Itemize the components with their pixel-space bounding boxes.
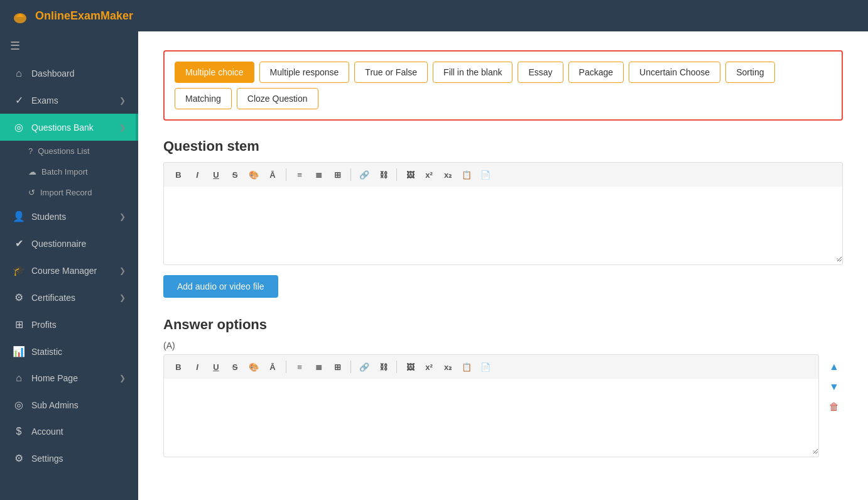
ans-tb-italic[interactable]: I [189, 359, 205, 375]
tb-ordered-list[interactable]: ≡ [291, 166, 308, 183]
btn-sorting[interactable]: Sorting [725, 62, 774, 83]
ans-tb-image[interactable]: 🖼 [402, 359, 418, 375]
tb-image[interactable]: 🖼 [402, 166, 418, 183]
sidebar-sub-item-batch-import[interactable]: ☁ Batch Import [0, 161, 138, 182]
toolbar-sep-2 [350, 168, 351, 181]
top-bar: OnlineExamMaker [0, 0, 868, 31]
sidebar-sub-item-import-record[interactable]: ↺ Import Record [0, 182, 138, 203]
btn-matching[interactable]: Matching [175, 88, 232, 109]
question-type-selector: Multiple choice Multiple response True o… [163, 50, 843, 121]
questions-list-icon: ? [28, 146, 33, 156]
sidebar-toggle[interactable]: ☰ [0, 31, 138, 60]
btn-cloze-question[interactable]: Cloze Question [237, 88, 318, 109]
sidebar-label-course-manager: Course Manager [31, 266, 97, 276]
sidebar-item-profits[interactable]: ⊞ Profits [0, 311, 138, 338]
sidebar-sub-item-questions-list[interactable]: ? Questions List [0, 141, 138, 161]
sidebar-item-students[interactable]: 👤 Students ❯ [0, 203, 138, 230]
tb-link[interactable]: 🔗 [356, 166, 372, 183]
chevron-icon-course-manager: ❯ [119, 266, 126, 275]
ans-tb-strikethrough[interactable]: S [227, 359, 243, 375]
tb-subscript[interactable]: x₂ [440, 166, 456, 183]
sidebar-item-home-page[interactable]: ⌂ Home Page ❯ [0, 365, 138, 391]
answer-up-button[interactable]: ▲ [825, 358, 843, 376]
tb-table[interactable]: ⊞ [329, 166, 345, 183]
answer-down-button[interactable]: ▼ [825, 378, 843, 396]
sidebar-item-statistic[interactable]: 📊 Statistic [0, 338, 138, 365]
sidebar-item-sub-admins[interactable]: ◎ Sub Admins [0, 391, 138, 418]
tb-italic[interactable]: I [189, 166, 205, 183]
sidebar-label-dashboard: Dashboard [31, 68, 75, 79]
ans-tb-unlink[interactable]: ⛓ [375, 359, 391, 375]
ans-tb-superscript[interactable]: x² [421, 359, 437, 375]
ans-tb-paste[interactable]: 📋 [458, 359, 475, 375]
ans-tb-underline[interactable]: U [208, 359, 224, 375]
sidebar-item-dashboard[interactable]: ⌂ Dashboard [0, 60, 138, 87]
import-record-icon: ↺ [28, 188, 35, 197]
tb-source[interactable]: 📄 [477, 166, 494, 183]
sidebar-item-certificates[interactable]: ⚙ Certificates ❯ [0, 284, 138, 311]
btn-multiple-choice[interactable]: Multiple choice [175, 62, 254, 83]
tb-paste[interactable]: 📋 [458, 166, 475, 183]
sidebar-label-settings: Settings [31, 454, 63, 464]
statistic-icon: 📊 [13, 345, 25, 357]
sidebar-item-exams[interactable]: ✓ Exams ❯ [0, 87, 138, 114]
ans-tb-subscript[interactable]: x₂ [440, 359, 456, 375]
sidebar: ☰ ⌂ Dashboard ✓ Exams ❯ ◎ Questions Bank… [0, 31, 138, 500]
sidebar-item-settings[interactable]: ⚙ Settings [0, 445, 138, 472]
ans-tb-source[interactable]: 📄 [477, 359, 494, 375]
sub-admins-icon: ◎ [13, 399, 25, 411]
resize-handle: ⤡ [836, 256, 841, 263]
chevron-icon-home-page: ❯ [119, 374, 126, 383]
btn-uncertain-choose[interactable]: Uncertain Choose [629, 62, 720, 83]
tb-strikethrough[interactable]: S [227, 166, 243, 183]
questions-bank-icon: ◎ [13, 121, 25, 133]
answer-resize-handle-a: ⤡ [812, 448, 817, 455]
sidebar-item-course-manager[interactable]: 🎓 Course Manager ❯ [0, 257, 138, 284]
students-icon: 👤 [13, 210, 25, 222]
ans-toolbar-sep-2 [350, 361, 351, 373]
chevron-icon-questions-bank: ❯ [119, 123, 126, 132]
sidebar-item-account[interactable]: $ Account [0, 418, 138, 445]
ans-tb-font[interactable]: Ā [264, 359, 281, 375]
sidebar-label-certificates: Certificates [31, 293, 75, 303]
ans-tb-table[interactable]: ⊞ [329, 359, 345, 375]
ans-tb-unordered-list[interactable]: ≣ [310, 359, 327, 375]
tb-bold[interactable]: B [170, 166, 187, 183]
sidebar-item-questionnaire[interactable]: ✔ Questionnaire [0, 230, 138, 257]
toolbar-sep-3 [396, 168, 397, 181]
btn-fill-in-blank[interactable]: Fill in the blank [433, 62, 513, 83]
sidebar-label-questionnaire: Questionnaire [31, 239, 86, 249]
sidebar-sub-label-import-record: Import Record [40, 188, 92, 197]
ans-tb-ordered-list[interactable]: ≡ [291, 359, 308, 375]
sidebar-label-exams: Exams [31, 95, 58, 106]
tb-superscript[interactable]: x² [421, 166, 437, 183]
btn-package[interactable]: Package [568, 62, 624, 83]
question-stem-toolbar: B I U S 🎨 Ā ≡ ≣ ⊞ 🔗 ⛓ 🖼 x² x₂ 📋 📄 [163, 162, 843, 187]
sidebar-item-questions-bank[interactable]: ◎ Questions Bank ❯ [0, 114, 138, 141]
question-stem-textarea[interactable] [164, 187, 842, 262]
sidebar-label-account: Account [31, 427, 63, 437]
add-media-button[interactable]: Add audio or video file [163, 275, 278, 298]
btn-essay[interactable]: Essay [518, 62, 563, 83]
tb-underline[interactable]: U [208, 166, 224, 183]
answer-textarea-a[interactable] [164, 379, 818, 454]
sidebar-label-questions-bank: Questions Bank [31, 122, 94, 133]
tb-unordered-list[interactable]: ≣ [310, 166, 327, 183]
tb-font[interactable]: Ā [264, 166, 281, 183]
certificates-icon: ⚙ [13, 291, 25, 303]
tb-unlink[interactable]: ⛓ [375, 166, 391, 183]
sidebar-label-students: Students [31, 212, 66, 222]
answer-option-label-a: (A) [163, 340, 843, 351]
exams-icon: ✓ [13, 94, 25, 106]
ans-tb-color[interactable]: 🎨 [246, 359, 262, 375]
btn-true-or-false[interactable]: True or False [354, 62, 428, 83]
btn-multiple-response[interactable]: Multiple response [259, 62, 350, 83]
answer-options-section: Answer options (A) B I U S 🎨 Ā ≡ ≣ ⊞ [163, 317, 843, 457]
chevron-icon-exams: ❯ [119, 96, 126, 105]
settings-icon: ⚙ [13, 452, 25, 464]
ans-tb-link[interactable]: 🔗 [356, 359, 372, 375]
ans-tb-bold[interactable]: B [170, 359, 187, 375]
sidebar-sub-label-batch-import: Batch Import [41, 167, 88, 177]
tb-color[interactable]: 🎨 [246, 166, 262, 183]
answer-delete-button[interactable]: 🗑 [825, 398, 843, 416]
